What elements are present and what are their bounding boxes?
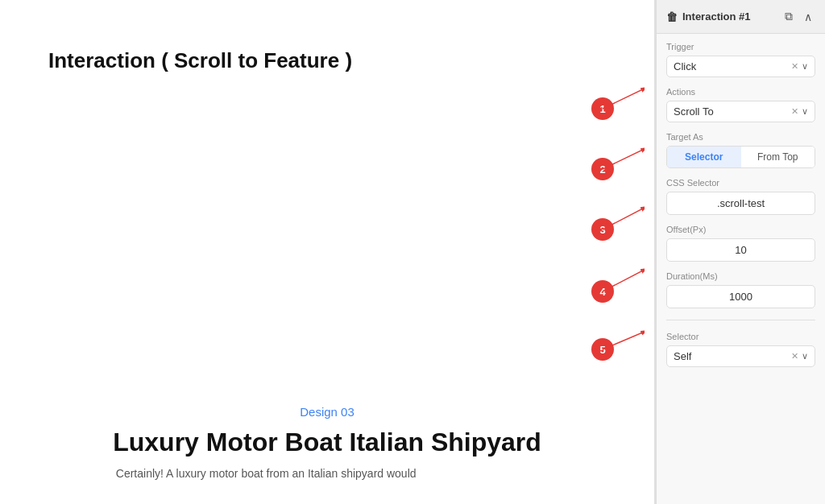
selector-select[interactable]: Self ✕ ∨: [666, 345, 815, 367]
actions-field: Actions Scroll To ✕ ∨: [666, 87, 815, 122]
selector-clear-icon[interactable]: ✕: [791, 351, 798, 361]
boat-description: Certainly! A luxury motor boat from an I…: [113, 467, 419, 480]
actions-label: Actions: [666, 87, 815, 97]
selector-chevron-icon[interactable]: ∨: [802, 351, 808, 361]
offset-label: Offset(Px): [666, 225, 815, 234]
trigger-chevron-icon[interactable]: ∨: [802, 61, 808, 72]
offset-field: Offset(Px): [666, 225, 815, 262]
selector-toggle-btn[interactable]: Selector: [667, 147, 741, 167]
right-panel: 🗑 Interaction #1 ⧉ ∧ Trigger Click ✕ ∨: [656, 0, 825, 504]
css-selector-label: CSS Selector: [666, 178, 815, 188]
collapse-button[interactable]: ∧: [801, 9, 815, 25]
trigger-select-actions: ✕ ∨: [791, 61, 808, 72]
selector-field: Selector Self ✕ ∨: [666, 332, 815, 367]
trigger-label: Trigger: [666, 42, 815, 52]
panel-header-right: ⧉ ∧: [781, 8, 815, 25]
duration-input[interactable]: [666, 285, 815, 308]
trigger-value: Click: [674, 60, 791, 72]
panel-header: 🗑 Interaction #1 ⧉ ∧: [657, 0, 825, 34]
panel-body: Trigger Click ✕ ∨ Actions Scroll To ✕ ∨: [657, 34, 825, 375]
annotation-4: 4: [591, 280, 614, 303]
boat-title: Luxury Motor Boat Italian Shipyard: [113, 427, 541, 457]
duration-label: Duration(Ms): [666, 271, 815, 281]
actions-clear-icon[interactable]: ✕: [791, 106, 798, 117]
target-as-toggle: Selector From Top: [666, 146, 815, 168]
selector-select-actions: ✕ ∨: [791, 351, 808, 361]
trigger-field: Trigger Click ✕ ∨: [666, 42, 815, 77]
copy-icon: ⧉: [785, 10, 793, 23]
css-selector-field: CSS Selector: [666, 178, 815, 215]
interaction-icon: 🗑: [666, 10, 678, 23]
design-label: Design 03: [113, 405, 541, 419]
target-as-field: Target As Selector From Top: [666, 132, 815, 168]
collapse-icon: ∧: [804, 10, 812, 23]
selector-value: Self: [674, 350, 791, 362]
panel-title: Interaction #1: [682, 10, 751, 23]
copy-button[interactable]: ⧉: [781, 8, 796, 25]
offset-input[interactable]: [666, 238, 815, 262]
annotation-5: 5: [591, 338, 614, 361]
from-top-toggle-btn[interactable]: From Top: [741, 147, 815, 167]
actions-value: Scroll To: [674, 105, 791, 118]
actions-select[interactable]: Scroll To ✕ ∨: [666, 101, 815, 122]
annotation-1: 1: [591, 97, 614, 120]
trigger-select[interactable]: Click ✕ ∨: [666, 56, 815, 77]
main-title: Interaction ( Scroll to Feature ): [48, 48, 352, 73]
css-selector-input[interactable]: [666, 192, 815, 215]
selector-label: Selector: [666, 332, 815, 341]
panel-header-left: 🗑 Interaction #1: [666, 10, 751, 23]
target-as-label: Target As: [666, 132, 815, 142]
left-panel: Interaction ( Scroll to Feature ) 1 2 3 …: [0, 0, 656, 504]
annotation-2: 2: [591, 158, 614, 180]
trigger-clear-icon[interactable]: ✕: [791, 61, 798, 72]
actions-chevron-icon[interactable]: ∨: [802, 106, 808, 117]
actions-select-actions: ✕ ∨: [791, 106, 808, 117]
duration-field: Duration(Ms): [666, 271, 815, 308]
divider: [666, 320, 815, 320]
annotation-3: 3: [591, 218, 614, 241]
